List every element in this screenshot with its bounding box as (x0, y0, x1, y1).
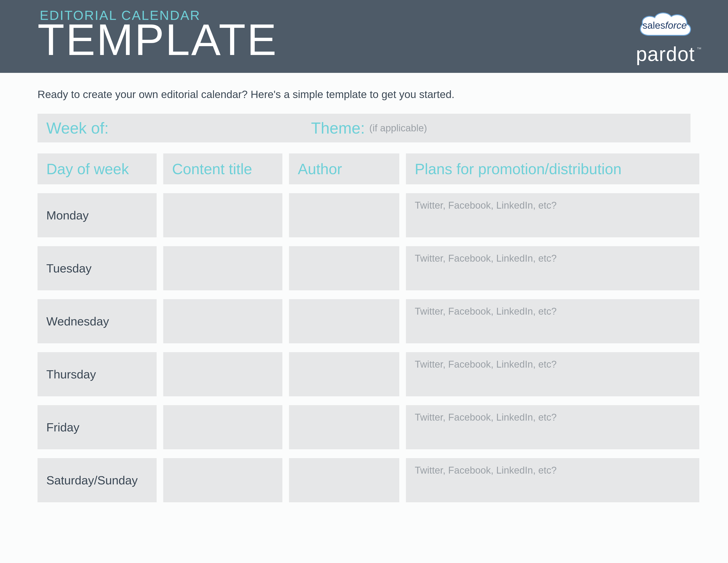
author-cell[interactable] (289, 193, 399, 237)
calendar-grid: Day of week Content title Author Plans f… (38, 153, 690, 502)
plans-cell[interactable]: Twitter, Facebook, LinkedIn, etc? (406, 405, 699, 449)
day-cell: Monday (38, 193, 157, 237)
salesforce-cloud-icon: salesforce (636, 9, 693, 42)
week-of-label: Week of: (46, 119, 311, 137)
title-cell[interactable] (163, 246, 282, 290)
day-cell: Tuesday (38, 246, 157, 290)
brand-logo: salesforce pardot ™ (636, 9, 702, 64)
col-header-plans: Plans for promotion/distribution (406, 153, 699, 184)
plans-cell[interactable]: Twitter, Facebook, LinkedIn, etc? (406, 246, 699, 290)
author-cell[interactable] (289, 299, 399, 343)
title-cell[interactable] (163, 405, 282, 449)
plans-cell[interactable]: Twitter, Facebook, LinkedIn, etc? (406, 458, 699, 502)
plans-cell[interactable]: Twitter, Facebook, LinkedIn, etc? (406, 352, 699, 396)
title-cell[interactable] (163, 352, 282, 396)
pardot-wordmark: pardot (636, 44, 695, 64)
header-bar: EDITORIAL CALENDAR TEMPLATE salesforce p… (0, 0, 728, 73)
trademark-symbol: ™ (697, 46, 702, 52)
title-cell[interactable] (163, 193, 282, 237)
salesforce-word-b: force (665, 20, 687, 31)
salesforce-wordmark: salesforce (636, 9, 693, 42)
plans-cell[interactable]: Twitter, Facebook, LinkedIn, etc? (406, 193, 699, 237)
header-title: TEMPLATE (38, 18, 278, 62)
col-header-title: Content title (163, 153, 282, 184)
document-body: Ready to create your own editorial calen… (0, 73, 728, 502)
col-header-day: Day of week (38, 153, 157, 184)
meta-bar: Week of: Theme: (if applicable) (38, 114, 690, 142)
day-cell: Friday (38, 405, 157, 449)
plans-cell[interactable]: Twitter, Facebook, LinkedIn, etc? (406, 299, 699, 343)
title-cell[interactable] (163, 458, 282, 502)
theme-label: Theme: (311, 119, 365, 137)
day-cell: Wednesday (38, 299, 157, 343)
day-cell: Thursday (38, 352, 157, 396)
author-cell[interactable] (289, 352, 399, 396)
author-cell[interactable] (289, 246, 399, 290)
title-cell[interactable] (163, 299, 282, 343)
author-cell[interactable] (289, 405, 399, 449)
salesforce-word-a: sales (643, 20, 665, 31)
day-cell: Saturday/Sunday (38, 458, 157, 502)
theme-note: (if applicable) (369, 122, 427, 133)
col-header-author: Author (289, 153, 399, 184)
author-cell[interactable] (289, 458, 399, 502)
intro-text: Ready to create your own editorial calen… (38, 88, 690, 100)
